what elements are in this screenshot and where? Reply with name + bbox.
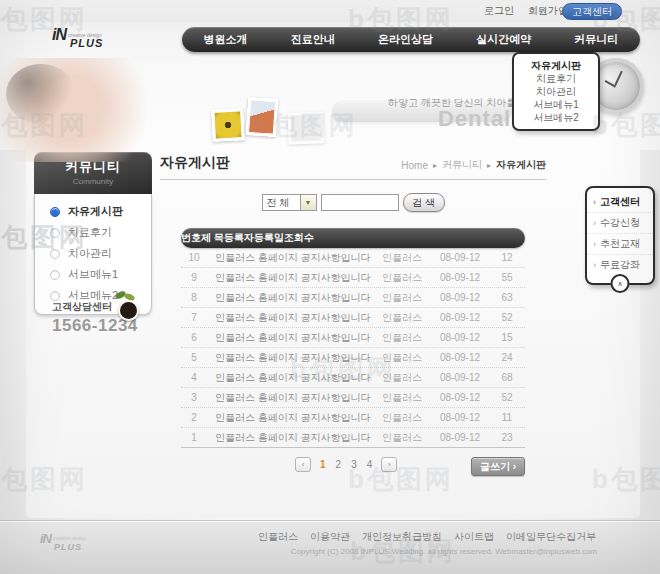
footer-link[interactable]: 이메일무단수집거부: [506, 530, 596, 544]
prev-page-button[interactable]: ‹: [295, 457, 311, 472]
post-title-link[interactable]: 인플러스 홈페이지 공지사항입니다: [207, 391, 373, 405]
post-title-link[interactable]: 인플러스 홈페이지 공지사항입니다: [207, 311, 373, 325]
coffee-cup-icon: [112, 291, 142, 325]
quick-menu-label: 추천교재: [600, 237, 640, 251]
next-page-button[interactable]: ›: [381, 457, 397, 472]
chevron-down-icon[interactable]: ▼: [300, 195, 316, 210]
sidebar-item-label: 자유게시판: [68, 204, 123, 219]
radio-bullet-icon: [50, 291, 60, 301]
wall-picture: [287, 111, 324, 144]
nav-item[interactable]: 실시간예약: [468, 32, 539, 47]
row-date: 08-09-12: [431, 312, 489, 323]
page: b包图网 b包图网 b包图网 b包图网 b包图网 b包图网 b包图网 b包图网 …: [0, 0, 660, 574]
row-writer: 인플러스: [373, 271, 431, 285]
row-views: 24: [489, 352, 525, 363]
post-title-link[interactable]: 인플러스 홈페이지 공지사항입니다: [207, 371, 373, 385]
pagination-row: ‹ 1234 › 글쓰기 ›: [160, 457, 546, 475]
search-input[interactable]: [321, 194, 399, 211]
row-date: 08-09-12: [431, 352, 489, 363]
nav-item[interactable]: 커뮤니티: [566, 32, 626, 47]
dropdown-item[interactable]: 서브메뉴1: [514, 98, 598, 111]
sidebar-subtitle: Community: [34, 177, 152, 186]
nav-item[interactable]: 진료안내: [283, 32, 343, 47]
footer-link[interactable]: 인플러스: [258, 530, 298, 544]
row-views: 12: [489, 252, 525, 263]
breadcrumb-home[interactable]: Home: [401, 160, 428, 171]
row-writer: 인플러스: [373, 311, 431, 325]
footer-link[interactable]: 이용약관: [310, 530, 350, 544]
row-number: 5: [181, 352, 207, 363]
logo-tagline: creative design: [53, 535, 87, 541]
breadcrumb-current: 자유게시판: [496, 158, 546, 172]
post-title-link[interactable]: 인플러스 홈페이지 공지사항입니다: [207, 431, 373, 445]
page-numbers: 1234: [320, 459, 372, 470]
page-number[interactable]: 4: [367, 459, 373, 470]
row-number: 4: [181, 372, 207, 383]
search-category-select[interactable]: 전 체 ▼: [262, 194, 317, 211]
logo[interactable]: iNcreative design PLUS: [52, 30, 103, 48]
row-views: 15: [489, 332, 525, 343]
radio-bullet-icon: [50, 249, 60, 259]
radio-bullet-icon: [50, 270, 60, 280]
row-number: 1: [181, 432, 207, 443]
quick-menu-item[interactable]: › 추천교재: [587, 234, 653, 255]
row-views: 23: [489, 432, 525, 443]
row-number: 8: [181, 292, 207, 303]
wall-picture: [246, 97, 279, 137]
footer-link[interactable]: 사이트맵: [454, 530, 494, 544]
nav-item[interactable]: 병원소개: [196, 32, 256, 47]
customer-center-button[interactable]: 고객센터: [562, 3, 622, 20]
search-button[interactable]: 검 색: [403, 193, 445, 212]
quick-menu-item[interactable]: › 무료강좌: [587, 255, 653, 275]
utility-link[interactable]: 로그인: [484, 4, 514, 18]
pagination: ‹ 1234 ›: [295, 457, 397, 472]
logo-text: iN: [52, 26, 66, 43]
table-row: 7 인플러스 홈페이지 공지사항입니다 인플러스 08-09-12 52: [181, 308, 525, 328]
post-title-link[interactable]: 인플러스 홈페이지 공지사항입니다: [207, 411, 373, 425]
wall-picture-sunflower: [211, 108, 245, 142]
page-number[interactable]: 2: [336, 459, 342, 470]
row-date: 08-09-12: [431, 332, 489, 343]
table-row: 8 인플러스 홈페이지 공지사항입니다 인플러스 08-09-12 63: [181, 288, 525, 308]
breadcrumb: Home ▸ 커뮤니티 ▸ 자유게시판: [401, 158, 546, 172]
sidebar-menu-item[interactable]: 치료후기: [35, 222, 151, 243]
footer-link[interactable]: 개인정보취급방침: [362, 530, 442, 544]
sidebar-menu-item[interactable]: 서브메뉴1: [35, 264, 151, 285]
dropdown-item[interactable]: 서브메뉴2: [514, 111, 598, 124]
chevron-right-icon: ›: [593, 239, 596, 249]
nav-item[interactable]: 온라인상담: [370, 32, 441, 47]
quick-menu-item[interactable]: › 고객센터: [587, 192, 653, 213]
table-row: 5 인플러스 홈페이지 공지사항입니다 인플러스 08-09-12 24: [181, 348, 525, 368]
row-number: 2: [181, 412, 207, 423]
chevron-right-icon: ›: [593, 197, 596, 207]
sidebar-item-label: 서브메뉴1: [68, 267, 118, 282]
header: iNcreative design PLUS 병원소개진료안내온라인상담실시간예…: [0, 22, 660, 150]
page-number[interactable]: 3: [351, 459, 357, 470]
logo-suffix: PLUS: [70, 38, 103, 48]
post-title-link[interactable]: 인플러스 홈페이지 공지사항입니다: [207, 331, 373, 345]
dropdown-item[interactable]: 자유게시판: [514, 59, 598, 72]
table-row: 1 인플러스 홈페이지 공지사항입니다 인플러스 08-09-12 23: [181, 428, 525, 447]
post-title-link[interactable]: 인플러스 홈페이지 공지사항입니다: [207, 291, 373, 305]
footer-links: 인플러스이용약관개인정보취급방침사이트맵이메일무단수집거부: [258, 530, 596, 544]
title-divider: [160, 179, 546, 180]
quick-menu-item[interactable]: › 수강신청: [587, 213, 653, 234]
sidebar-menu-item[interactable]: 자유게시판: [35, 201, 151, 222]
write-post-button[interactable]: 글쓰기 ›: [471, 457, 525, 476]
post-title-link[interactable]: 인플러스 홈페이지 공지사항입니다: [207, 271, 373, 285]
dropdown-item[interactable]: 치아관리: [514, 85, 598, 98]
column-header: 등록일: [254, 231, 284, 245]
post-title-link[interactable]: 인플러스 홈페이지 공지사항입니다: [207, 251, 373, 265]
breadcrumb-section[interactable]: 커뮤니티: [442, 158, 482, 172]
quick-menu-label: 무료강좌: [600, 258, 640, 272]
breadcrumb-arrow-icon: ▸: [433, 161, 437, 170]
sidebar-menu-item[interactable]: 치아관리: [35, 243, 151, 264]
post-title-link[interactable]: 인플러스 홈페이지 공지사항입니다: [207, 351, 373, 365]
scroll-top-button[interactable]: ∧: [611, 274, 630, 293]
dropdown-item[interactable]: 치료후기: [514, 72, 598, 85]
table-row: 3 인플러스 홈페이지 공지사항입니다 인플러스 08-09-12 52: [181, 388, 525, 408]
breadcrumb-arrow-icon: ▸: [487, 161, 491, 170]
column-header: 번호: [181, 231, 201, 245]
row-writer: 인플러스: [373, 411, 431, 425]
page-number[interactable]: 1: [320, 459, 326, 470]
